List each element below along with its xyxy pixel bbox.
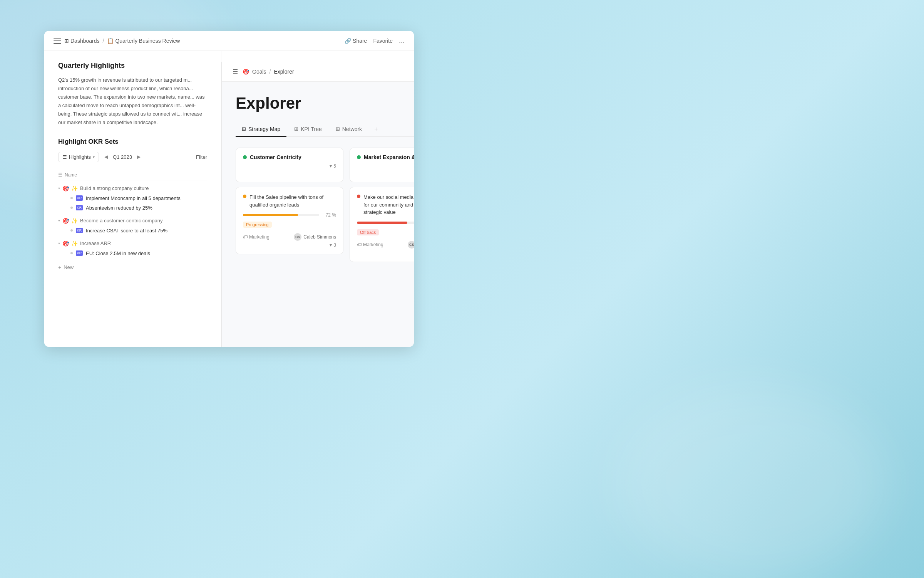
okr-child-3-1[interactable]: KR EU: Close 2.5M in new deals [70,249,207,258]
obj-label-3: Increase ARR [80,240,111,246]
tab-kpi-tree-label: KPI Tree [301,126,321,132]
more-options-button[interactable]: ... [399,37,405,45]
okr-child-1-2[interactable]: KR Absenteeism reduced by 25% [70,203,207,213]
status-badge-1-0: Off track [357,229,379,235]
dashboards-icon: ⊞ [64,38,69,44]
obj-icon-1: 🎯 [62,185,69,192]
tab-kpi-tree[interactable]: ⊞ KPI Tree [288,122,328,137]
kr-count-num-0-0: 3 [333,242,336,248]
obj-dept-0-0: 🏷 Marketing [243,234,270,240]
obj-card-0-0[interactable]: Fill the Sales pipeline with tons of qua… [236,187,343,254]
strategy-col-0: Customer Centricity ▾ 5 Fill the Sales p… [236,148,343,266]
new-item-button[interactable]: + New [58,261,207,274]
obj-assignee-0-0: CS Caleb Simmons [294,233,336,241]
okr-filter-row: ☰ Highlights ▾ ◀ Q1 2023 ▶ Filter [58,152,207,162]
okr-child-1-1[interactable]: KR Implement Mooncamp in all 5 departmen… [70,193,207,203]
obj-dot-1-0 [357,195,360,198]
okr-children-1: KR Implement Mooncamp in all 5 departmen… [58,193,207,213]
topbar-left: ⊞ Dashboards / 📋 Quarterly Business Revi… [54,38,180,44]
col-header-0[interactable]: Customer Centricity ▾ 5 [236,148,343,182]
breadcrumb-dashboards[interactable]: ⊞ Dashboards [64,38,100,44]
explorer-menu-icon[interactable]: ☰ [233,68,238,75]
bullet-icon [70,197,73,199]
obj-footer-1-0: 🏷 Marketing CS Caleb Simmons [357,241,414,249]
highlights-icon: ☰ [62,154,67,160]
explorer-label[interactable]: Explorer [274,69,294,75]
chevron-down-icon: ▾ [93,155,95,159]
dept-icon-0-0: 🏷 [243,234,248,240]
explorer-breadcrumb: 🎯 Goals / Explorer [243,69,294,75]
bullet-icon-4 [70,252,73,254]
kr-label-3-1: EU: Close 2.5M in new deals [86,250,150,256]
okr-parent-3[interactable]: ▾ 🎯 ✨ Increase ARR [58,239,207,249]
progress-bg-0-0 [243,214,319,216]
breadcrumb-page[interactable]: 📋 Quarterly Business Review [107,38,180,44]
okr-group-2: ▾ 🎯 ✨ Become a customer-centric company … [58,216,207,235]
okr-parent-1[interactable]: ▾ 🎯 ✨ Build a strong company culture [58,183,207,193]
dashboards-label: Dashboards [70,38,100,44]
quarter-next-arrow[interactable]: ▶ [135,153,143,161]
obj-dot-0-0 [243,195,246,198]
strategy-map: Customer Centricity ▾ 5 Fill the Sales p… [236,148,414,266]
highlights-filter-btn[interactable]: ☰ Highlights ▾ [58,152,99,162]
topbar-right: 🔗 Share Favorite ... [345,37,405,45]
tab-network[interactable]: ⊞ Network [330,122,368,137]
goals-label[interactable]: Goals [252,69,266,75]
kr-label-2-1: Increase CSAT score to at least 75% [86,228,167,234]
progress-bg-1-0 [357,222,414,224]
okr-sets-title: Highlight OKR Sets [58,138,207,146]
obj-card-1-0[interactable]: Make our social media channels a hub for… [350,187,414,262]
filter-link[interactable]: Filter [196,154,207,160]
okr-children-3: KR EU: Close 2.5M in new deals [58,249,207,258]
add-tab-button[interactable]: + [370,122,382,136]
highlights-text: Q2's 15% growth in revenue is attributed… [58,76,207,127]
progress-pct-0-0: 72 % [322,212,336,218]
progress-fill-1-0 [357,222,407,224]
kr-icon-4: KR [76,250,83,256]
share-button[interactable]: 🔗 Share [345,38,367,44]
obj-star-3: ✨ [71,240,78,247]
quarter-prev-arrow[interactable]: ◀ [102,153,110,161]
column-name-header: Name [65,172,77,178]
avatar-1-0: CS [408,241,414,249]
favorite-button[interactable]: Favorite [373,38,393,44]
obj-dept-1-0: 🏷 Marketing [357,242,383,247]
explorer-title: Explorer [236,94,414,113]
left-panel: Quarterly Highlights Q2's 15% growth in … [44,51,221,347]
col-dot-0 [243,155,247,159]
col-count-caret-0: ▾ [330,163,332,169]
page-label: Quarterly Business Review [115,38,180,44]
strategy-map-icon: ⊞ [242,126,246,132]
tab-strategy-map[interactable]: ⊞ Strategy Map [236,122,286,137]
share-icon: 🔗 [345,38,351,44]
assignee-label-0-0: Caleb Simmons [303,234,336,240]
kr-label-1-1: Implement Mooncamp in all 5 departments [86,195,181,201]
collapse-arrow-3[interactable]: ▾ [58,241,60,245]
obj-progress-0-0: 72 % [243,212,336,218]
kr-icon-2: KR [76,205,83,210]
obj-assignee-1-0: CS Caleb Simmons [408,241,414,249]
collapse-arrow-2[interactable]: ▾ [58,218,60,223]
plus-icon: + [58,264,61,271]
kr-count-1-0: ▾ 3 [357,250,414,255]
obj-icon-3: 🎯 [62,240,69,247]
status-badge-0-0: Progressing [243,222,272,228]
tab-network-label: Network [342,126,362,132]
okr-parent-2[interactable]: ▾ 🎯 ✨ Become a customer-centric company [58,216,207,226]
explorer-panel: ☰ 🎯 Goals / Explorer Explorer ⊞ Strategy… [221,62,414,347]
highlights-title: Quarterly Highlights [58,62,207,70]
hamburger-menu[interactable] [54,38,61,44]
obj-footer-0-0: 🏷 Marketing CS Caleb Simmons [243,233,336,241]
okr-child-2-1[interactable]: KR Increase CSAT score to at least 75% [70,226,207,235]
dept-icon-1-0: 🏷 [357,242,362,247]
topbar: ⊞ Dashboards / 📋 Quarterly Business Revi… [44,31,414,51]
col-meta-0: ▾ 5 [243,163,336,169]
kr-icon-1: KR [76,195,83,201]
explorer-content: Explorer ⊞ Strategy Map ⊞ KPI Tree ⊞ Net… [222,82,414,278]
filter-btn-label: Highlights [69,154,91,160]
collapse-arrow-1[interactable]: ▾ [58,186,60,190]
obj-label-2: Become a customer-centric company [80,218,163,223]
share-label: Share [353,38,367,44]
col-header-1[interactable]: Market Expansion & Growth ▲ 6 [350,148,414,182]
strategy-columns: Customer Centricity ▾ 5 Fill the Sales p… [236,148,414,266]
